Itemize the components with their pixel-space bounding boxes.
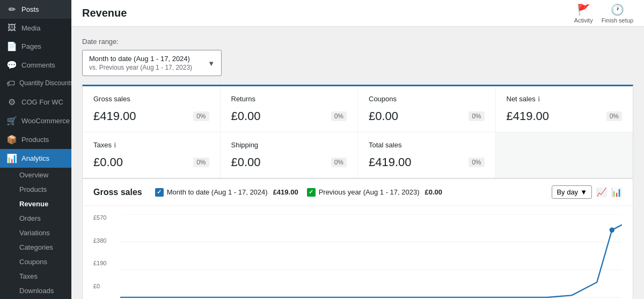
legend-period2: ✓ Previous year (Aug 1 - 17, 2023) £0.00 — [307, 188, 442, 197]
stat-shipping-value-row: £0.00 0% — [231, 155, 347, 169]
stat-shipping: Shipping £0.00 0% — [221, 132, 358, 178]
sidebar-sub-categories[interactable]: Categories — [0, 240, 71, 255]
sidebar-item-cog-for-wc[interactable]: ⚙ COG For WC — [0, 93, 71, 111]
legend-checkbox-period1: ✓ — [155, 188, 164, 197]
by-day-selector[interactable]: By day ▼ — [552, 185, 592, 199]
sidebar-item-woocommerce[interactable]: 🛒 WooCommerce — [0, 111, 71, 130]
stat-coupons-value-row: £0.00 0% — [369, 109, 485, 123]
activity-icon: 🚩 — [577, 3, 590, 16]
page-content: Date range: Month to date (Aug 1 - 17, 2… — [71, 27, 644, 299]
stat-coupons-percent: 0% — [469, 111, 484, 121]
stat-total-sales-value-row: £419.00 0% — [369, 155, 485, 169]
woocommerce-icon: 🛒 — [6, 116, 17, 126]
line-chart-icon[interactable]: 📈 — [596, 187, 607, 197]
stat-shipping-percent: 0% — [331, 158, 347, 167]
sidebar-item-analytics[interactable]: 📊 Analytics — [0, 149, 71, 168]
stat-total-sales-percent: 0% — [469, 158, 484, 167]
sidebar-item-quantity-discounts[interactable]: 🏷 Quantity Discounts — [0, 74, 71, 93]
analytics-sub-menu: Overview Products Revenue Orders Variati… — [0, 168, 71, 299]
media-icon: 🖼 — [6, 23, 17, 33]
date-range-sub: vs. Previous year (Aug 1 - 17, 2023) — [89, 64, 215, 71]
chart-y-labels: £570 £380 £190 £0 — [93, 214, 106, 289]
stat-net-sales-value: £419.00 — [507, 109, 550, 123]
stats-row-1: Gross sales £419.00 0% Returns £0.00 0% — [83, 86, 633, 132]
page-title: Revenue — [82, 7, 127, 19]
stat-gross-sales-label: Gross sales — [93, 95, 209, 103]
sidebar-sub-overview[interactable]: Overview — [0, 168, 71, 182]
stat-net-sales-value-row: £419.00 0% — [507, 109, 623, 123]
chart-area: £570 £380 £190 £0 — [83, 206, 633, 299]
net-sales-info-icon: ℹ — [538, 95, 540, 103]
posts-icon: ✏ — [6, 4, 17, 14]
sidebar-item-pages[interactable]: 📄 Pages — [0, 37, 71, 56]
pages-icon: 📄 — [6, 41, 17, 51]
finish-setup-button[interactable]: 🕐 Finish setup — [602, 3, 633, 24]
sidebar-item-products[interactable]: 📦 Products — [0, 130, 71, 149]
sidebar-sub-products[interactable]: Products — [0, 182, 71, 197]
y-label-570: £570 — [93, 214, 106, 221]
stat-gross-sales: Gross sales £419.00 0% — [83, 86, 221, 132]
sidebar-sub-orders[interactable]: Orders — [0, 211, 71, 226]
stat-gross-sales-value: £419.00 — [93, 109, 136, 123]
chevron-down-icon: ▼ — [580, 188, 587, 196]
stat-returns-percent: 0% — [331, 111, 347, 121]
header-actions: 🚩 Activity 🕐 Finish setup — [574, 3, 633, 24]
legend-value-period1: £419.00 — [273, 188, 298, 196]
stat-returns-value-row: £0.00 0% — [231, 109, 347, 123]
stat-taxes: Taxes ℹ £0.00 0% — [83, 132, 221, 178]
y-label-380: £380 — [93, 237, 106, 244]
legend-value-period2: £0.00 — [425, 188, 443, 196]
activity-button[interactable]: 🚩 Activity — [574, 3, 593, 24]
stat-total-sales: Total sales £419.00 0% — [358, 132, 496, 178]
products-icon: 📦 — [6, 134, 17, 145]
stat-coupons-value: £0.00 — [369, 109, 398, 123]
stats-container: Gross sales £419.00 0% Returns £0.00 0% — [82, 85, 633, 178]
stat-returns-value: £0.00 — [231, 109, 261, 123]
bar-chart-icon[interactable]: 📊 — [611, 187, 622, 197]
stat-coupons: Coupons £0.00 0% — [358, 86, 496, 132]
sidebar-sub-variations[interactable]: Variations — [0, 226, 71, 240]
sidebar-item-posts[interactable]: ✏ Posts — [0, 0, 71, 19]
revenue-chart — [120, 214, 622, 298]
stat-gross-sales-value-row: £419.00 0% — [93, 109, 209, 123]
comments-icon: 💬 — [6, 60, 17, 70]
taxes-info-icon: ℹ — [114, 141, 116, 149]
stat-net-sales: Net sales ℹ £419.00 0% — [496, 86, 633, 132]
date-range-label: Date range: — [82, 38, 633, 46]
quantity-discounts-icon: 🏷 — [6, 79, 15, 88]
legend-period1: ✓ Month to date (Aug 1 - 17, 2024) £419.… — [155, 188, 298, 197]
stat-shipping-label: Shipping — [231, 141, 347, 149]
chevron-down-icon: ▼ — [208, 59, 215, 67]
sidebar-item-comments[interactable]: 💬 Comments — [0, 56, 71, 74]
y-label-190: £190 — [93, 260, 106, 266]
sidebar-sub-downloads[interactable]: Downloads — [0, 283, 71, 298]
stat-net-sales-percent: 0% — [606, 111, 622, 121]
analytics-icon: 📊 — [6, 153, 17, 163]
stat-gross-sales-percent: 0% — [193, 111, 209, 121]
stat-net-sales-label: Net sales ℹ — [507, 95, 623, 103]
sidebar-item-media[interactable]: 🖼 Media — [0, 19, 71, 37]
sidebar: ✏ Posts 🖼 Media 📄 Pages 💬 Comments 🏷 Qua… — [0, 0, 71, 299]
date-range-main: Month to date (Aug 1 - 17, 2024) — [89, 55, 215, 63]
stat-coupons-label: Coupons — [369, 95, 485, 103]
chart-svg-container — [120, 214, 622, 298]
date-range-selector[interactable]: Month to date (Aug 1 - 17, 2024) vs. Pre… — [82, 50, 222, 76]
gross-sales-header: Gross sales ✓ Month to date (Aug 1 - 17,… — [83, 179, 633, 206]
svg-point-4 — [610, 227, 614, 233]
page-header: Revenue 🚩 Activity 🕐 Finish setup — [71, 0, 644, 27]
stat-total-sales-label: Total sales — [369, 141, 485, 149]
stat-taxes-value-row: £0.00 0% — [93, 155, 209, 169]
y-label-0: £0 — [93, 283, 106, 289]
chart-controls: By day ▼ 📈 📊 — [552, 185, 622, 199]
sidebar-sub-taxes[interactable]: Taxes — [0, 269, 71, 283]
stat-total-sales-value: £419.00 — [369, 155, 412, 169]
stat-taxes-value: £0.00 — [93, 155, 123, 169]
clock-icon: 🕐 — [611, 3, 624, 16]
gross-sales-title: Gross sales — [93, 188, 142, 197]
sidebar-sub-coupons[interactable]: Coupons — [0, 255, 71, 269]
stat-shipping-value: £0.00 — [231, 155, 261, 169]
legend-checkbox-period2: ✓ — [307, 188, 316, 197]
stat-empty — [496, 132, 633, 178]
sidebar-sub-revenue[interactable]: Revenue — [0, 197, 71, 211]
stat-returns-label: Returns — [231, 95, 347, 103]
